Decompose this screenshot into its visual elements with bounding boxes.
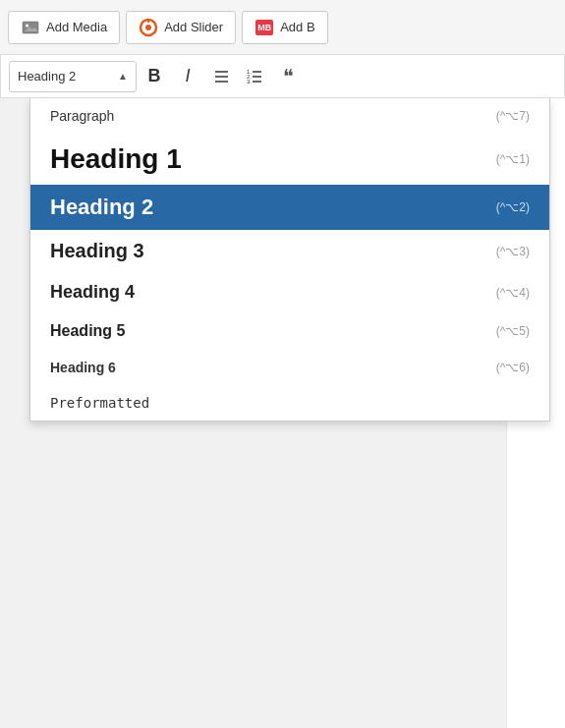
- dropdown-item-shortcut-heading5: (^⌥5): [496, 324, 530, 338]
- unordered-list-button[interactable]: [205, 61, 237, 92]
- format-select-dropdown[interactable]: Heading 2 ▲: [9, 61, 137, 92]
- mb-icon: MB: [254, 18, 274, 37]
- dropdown-item-shortcut-heading3: (^⌥3): [496, 245, 530, 258]
- bold-button[interactable]: B: [139, 61, 170, 92]
- dropdown-item-shortcut-heading6: (^⌥6): [496, 361, 530, 374]
- dropdown-item-label-heading4: Heading 4: [50, 282, 135, 303]
- add-slider-button[interactable]: Add Slider: [126, 11, 236, 44]
- add-b-button[interactable]: MB Add B: [242, 11, 327, 44]
- dropdown-item-heading5[interactable]: Heading 5(^⌥5): [30, 312, 549, 350]
- dropdown-item-label-paragraph: Paragraph: [50, 108, 114, 124]
- italic-button[interactable]: I: [172, 61, 203, 92]
- svg-point-1: [26, 24, 28, 27]
- dropdown-item-heading6[interactable]: Heading 6(^⌥6): [30, 350, 549, 385]
- media-icon: [21, 18, 40, 37]
- chevron-up-icon: ▲: [118, 71, 128, 82]
- blockquote-button[interactable]: ❝: [272, 61, 304, 92]
- slider-icon: [139, 18, 158, 37]
- format-dropdown-menu: Paragraph(^⌥7)Heading 1(^⌥1)Heading 2(^⌥…: [29, 98, 550, 421]
- dropdown-item-heading4[interactable]: Heading 4(^⌥4): [30, 272, 549, 312]
- add-media-label: Add Media: [46, 20, 107, 34]
- dropdown-item-shortcut-heading4: (^⌥4): [496, 286, 530, 300]
- add-b-label: Add B: [280, 20, 314, 34]
- dropdown-item-label-heading3: Heading 3: [50, 240, 144, 262]
- dropdown-item-paragraph[interactable]: Paragraph(^⌥7): [30, 98, 549, 134]
- dropdown-item-heading1[interactable]: Heading 1(^⌥1): [30, 134, 549, 185]
- dropdown-item-label-preformatted: Preformatted: [50, 395, 149, 411]
- dropdown-item-shortcut-paragraph: (^⌥7): [496, 109, 530, 123]
- dropdown-item-label-heading6: Heading 6: [50, 360, 116, 375]
- svg-text:3.: 3.: [247, 79, 252, 84]
- format-toolbar: Heading 2 ▲ B I 1. 2. 3. ❝: [0, 55, 565, 98]
- dropdown-item-label-heading5: Heading 5: [50, 322, 125, 340]
- dropdown-item-preformatted[interactable]: Preformatted: [30, 385, 549, 420]
- dropdown-item-label-heading1: Heading 1: [50, 143, 182, 175]
- add-media-button[interactable]: Add Media: [8, 11, 120, 44]
- svg-point-4: [145, 25, 151, 30]
- ordered-list-button[interactable]: 1. 2. 3.: [239, 61, 270, 92]
- dropdown-item-heading2[interactable]: Heading 2(^⌥2): [30, 185, 549, 230]
- dropdown-item-shortcut-heading2: (^⌥2): [496, 200, 530, 214]
- dropdown-item-shortcut-heading1: (^⌥1): [496, 152, 530, 166]
- dropdown-item-heading3[interactable]: Heading 3(^⌥3): [30, 230, 549, 272]
- format-select-label: Heading 2: [18, 69, 76, 84]
- dropdown-item-label-heading2: Heading 2: [50, 195, 153, 220]
- top-toolbar: Add Media Add Slider MB Add B: [0, 0, 565, 55]
- add-slider-label: Add Slider: [164, 20, 223, 34]
